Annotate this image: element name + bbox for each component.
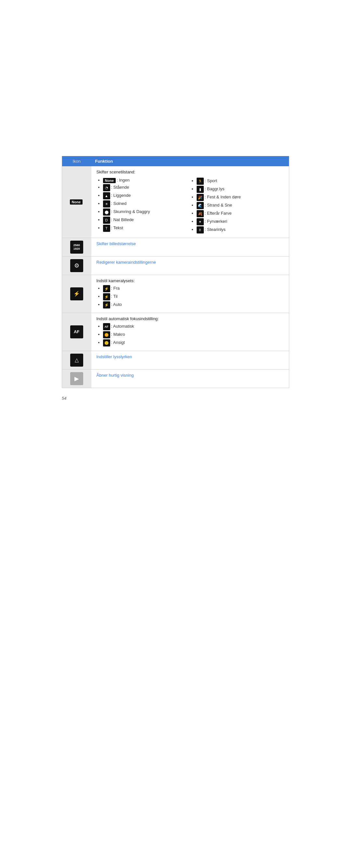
scene-list-col2: 🏃: Sport ▮: Baggr.lys 🎉: Fest & Inden dø… <box>190 178 284 234</box>
tekst-icon: T <box>103 225 110 232</box>
flash-icon: ⚡ <box>70 287 83 300</box>
func-cell-brightness: Indstiller lysstyrken <box>91 351 289 370</box>
list-item: ⬤: Skumring & Daggry <box>103 209 190 216</box>
settings-icon: ⚙ <box>70 259 83 272</box>
flash-title: Indstil kameralysets: <box>96 278 284 283</box>
skumring-icon: ⬤ <box>103 209 110 216</box>
ingen-icon: None <box>103 178 116 183</box>
scene-col1: None: Ingen ◔: Stående ▲: Liggende <box>96 176 190 235</box>
table-row: ▶ Åbner hurtig visning <box>62 370 289 388</box>
size-label: Skifter billedstørrelse <box>96 241 136 246</box>
scene-col2: 🏃: Sport ▮: Baggr.lys 🎉: Fest & Inden dø… <box>190 176 284 235</box>
scene-title: Skifter scenetilstand: <box>96 169 284 175</box>
func-cell-playback: Åbner hurtig visning <box>91 370 289 388</box>
nat-icon: D <box>103 217 110 224</box>
list-item: AF: Automatisk <box>103 323 284 330</box>
list-item: ◔: Stående <box>103 184 190 191</box>
scene-list-col1: None: Ingen ◔: Stående ▲: Liggende <box>96 178 190 232</box>
list-item: ⚡: Auto <box>103 301 284 309</box>
af-list: AF: Automatisk 🌼: Makro 🙂: Ansigt <box>96 323 284 346</box>
flash-til-icon: ⚡ <box>103 293 110 300</box>
fyrvaerkeri-icon: ✦ <box>197 218 204 225</box>
solned-icon: ☀ <box>103 200 110 208</box>
baggrlys-icon: ▮ <box>197 186 204 193</box>
scene-list: None: Ingen ◔: Stående ▲: Liggende <box>96 176 284 235</box>
main-table: Ikon Funktion None Skifter scenetilstand… <box>62 156 289 388</box>
table-row: None Skifter scenetilstand: None: Ingen <box>62 166 289 238</box>
icon-cell-playback: ▶ <box>62 370 91 388</box>
settings-label: Redigerer kameraindstillingerne <box>96 260 156 265</box>
list-item: ▮: Baggr.lys <box>197 186 284 193</box>
makro-icon: 🌼 <box>103 331 110 338</box>
page-number: 54 <box>62 396 289 401</box>
liggende-icon: ▲ <box>103 192 110 199</box>
table-row: ⚡ Indstil kameralysets: ⚡: Fra ⚡: Til <box>62 275 289 313</box>
list-item: None: Ingen <box>103 178 190 183</box>
list-item: 🕯: Stearinlys <box>197 226 284 234</box>
list-item: ☀: Solned <box>103 200 190 208</box>
header-funktion: Funktion <box>91 156 289 166</box>
func-cell-af: Indstil automatisk fokusindstilling: AF:… <box>91 313 289 351</box>
list-item: 🎉: Fest & Inden døre <box>197 194 284 201</box>
func-cell-size: Skifter billedstørrelse <box>91 238 289 256</box>
list-item: D: Nat Billede <box>103 217 190 224</box>
playback-label: Åbner hurtig visning <box>96 373 134 378</box>
list-item: 🏃: Sport <box>197 178 284 185</box>
af-icon: AF <box>70 326 83 338</box>
list-item: ⚡: Til <box>103 293 284 300</box>
playback-icon: ▶ <box>70 372 83 385</box>
sport-icon: 🏃 <box>197 178 204 185</box>
table-row: 25601920 Skifter billedstørrelse <box>62 238 289 256</box>
func-cell-scene: Skifter scenetilstand: None: Ingen ◔: St… <box>91 166 289 238</box>
list-item: 🌼: Makro <box>103 331 284 338</box>
size-icon: 25601920 <box>70 241 83 254</box>
list-item: ▲: Liggende <box>103 192 190 199</box>
func-cell-flash: Indstil kameralysets: ⚡: Fra ⚡: Til ⚡: A… <box>91 275 289 313</box>
af-auto-icon: AF <box>103 323 110 330</box>
fest-icon: 🎉 <box>197 194 204 201</box>
table-row: ⚙ Redigerer kameraindstillingerne <box>62 256 289 275</box>
list-item: T: Tekst <box>103 225 190 232</box>
flash-fra-icon: ⚡ <box>103 285 110 292</box>
list-item: ⚡: Fra <box>103 285 284 292</box>
flash-list: ⚡: Fra ⚡: Til ⚡: Auto <box>96 285 284 309</box>
scene-icon: None <box>70 199 83 205</box>
staende-icon: ◔ <box>103 184 110 191</box>
list-item: 🌊: Strand & Sne <box>197 202 284 209</box>
icon-cell-af: AF <box>62 313 91 351</box>
list-item: 🍂: Efterår Farve <box>197 210 284 217</box>
brightness-icon: △ <box>70 353 83 367</box>
stearinlys-icon: 🕯 <box>197 226 204 234</box>
list-item: ✦: Fyrværkeri <box>197 218 284 225</box>
page-wrapper: Ikon Funktion None Skifter scenetilstand… <box>0 0 351 595</box>
icon-cell-brightness: △ <box>62 351 91 370</box>
icon-cell-flash: ⚡ <box>62 275 91 313</box>
func-cell-settings: Redigerer kameraindstillingerne <box>91 256 289 275</box>
table-row: AF Indstil automatisk fokusindstilling: … <box>62 313 289 351</box>
icon-cell-size: 25601920 <box>62 238 91 256</box>
header-icon: Ikon <box>62 156 91 166</box>
table-row: △ Indstiller lysstyrken <box>62 351 289 370</box>
ansigt-icon: 🙂 <box>103 339 110 346</box>
af-title: Indstil automatisk fokusindstilling: <box>96 316 284 321</box>
icon-cell-scene: None <box>62 166 91 238</box>
flash-auto-icon: ⚡ <box>103 301 110 309</box>
icon-cell-settings: ⚙ <box>62 256 91 275</box>
list-item: 🙂: Ansigt <box>103 339 284 346</box>
brightness-label: Indstiller lysstyrken <box>96 354 132 359</box>
efteraar-icon: 🍂 <box>197 210 204 217</box>
table-container: Ikon Funktion None Skifter scenetilstand… <box>62 156 289 401</box>
strand-icon: 🌊 <box>197 202 204 209</box>
